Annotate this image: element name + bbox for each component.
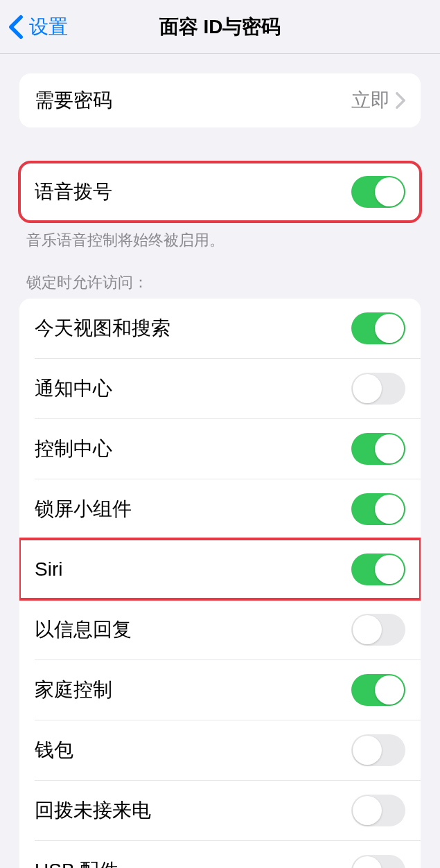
allow-access-row[interactable]: Siri — [19, 539, 421, 599]
toggle-knob — [353, 615, 382, 644]
toggle-knob — [375, 314, 404, 343]
allow-access-label: 通知中心 — [35, 375, 112, 402]
toggle-knob — [375, 675, 404, 705]
allow-access-row[interactable]: 通知中心 — [35, 358, 421, 418]
voice-dial-footer: 音乐语音控制将始终被启用。 — [0, 222, 440, 251]
allow-access-row[interactable]: 锁屏小组件 — [35, 479, 421, 539]
back-label: 设置 — [29, 14, 68, 40]
allow-access-label: 锁屏小组件 — [35, 496, 132, 522]
allow-access-toggle[interactable] — [351, 493, 405, 525]
allow-access-label: 今天视图和搜索 — [35, 315, 170, 342]
toggle-knob — [375, 177, 404, 206]
toggle-knob — [353, 856, 382, 868]
allow-access-row[interactable]: 钱包 — [35, 720, 421, 780]
allow-access-row[interactable]: 以信息回复 — [35, 599, 421, 659]
allow-access-toggle[interactable] — [351, 855, 405, 868]
page-title: 面容 ID与密码 — [159, 14, 281, 40]
allow-access-header: 锁定时允许访问： — [0, 251, 440, 299]
toggle-knob — [375, 434, 404, 463]
toggle-knob — [375, 555, 404, 584]
allow-access-label: USB 配件 — [35, 858, 118, 868]
passcode-group: 需要密码 立即 — [19, 73, 421, 127]
allow-access-row[interactable]: 回拨未接来电 — [35, 780, 421, 840]
allow-access-toggle[interactable] — [351, 433, 405, 465]
allow-access-toggle[interactable] — [351, 553, 405, 585]
allow-access-toggle[interactable] — [351, 614, 405, 646]
allow-access-label: 回拨未接来电 — [35, 797, 151, 824]
voice-dial-row[interactable]: 语音拨号 — [19, 162, 421, 222]
allow-access-toggle[interactable] — [351, 734, 405, 766]
require-passcode-row[interactable]: 需要密码 立即 — [19, 73, 421, 127]
toggle-knob — [353, 796, 382, 825]
require-passcode-value: 立即 — [351, 87, 390, 114]
chevron-left-icon — [8, 15, 24, 39]
allow-access-row[interactable]: 家庭控制 — [35, 659, 421, 720]
allow-access-label: 钱包 — [35, 737, 73, 763]
voice-dial-label: 语音拨号 — [35, 179, 112, 205]
allow-access-label: Siri — [35, 558, 62, 581]
back-button[interactable]: 设置 — [0, 14, 68, 40]
require-passcode-label: 需要密码 — [35, 87, 112, 114]
allow-access-row[interactable]: 控制中心 — [35, 418, 421, 479]
allow-access-toggle[interactable] — [351, 373, 405, 405]
allow-access-row[interactable]: 今天视图和搜索 — [19, 299, 421, 358]
voice-dial-toggle[interactable] — [351, 176, 405, 208]
chevron-right-icon — [396, 92, 405, 109]
nav-bar: 设置 面容 ID与密码 — [0, 0, 440, 54]
voice-dial-group: 语音拨号 — [19, 162, 421, 222]
toggle-knob — [353, 374, 382, 403]
allow-access-toggle[interactable] — [351, 795, 405, 826]
allow-access-toggle[interactable] — [351, 312, 405, 344]
allow-access-toggle[interactable] — [351, 674, 405, 706]
row-right: 立即 — [351, 87, 405, 114]
allow-access-label: 以信息回复 — [35, 617, 132, 643]
toggle-knob — [375, 495, 404, 524]
content: 需要密码 立即 语音拨号 音乐语音控制将始终被启用。 锁定时允许访问： 今天视图… — [0, 73, 440, 868]
allow-access-label: 控制中心 — [35, 436, 112, 462]
allow-access-row[interactable]: USB 配件 — [35, 840, 421, 868]
allow-access-group: 今天视图和搜索通知中心控制中心锁屏小组件Siri以信息回复家庭控制钱包回拨未接来… — [19, 299, 421, 868]
toggle-knob — [353, 736, 382, 765]
allow-access-label: 家庭控制 — [35, 677, 112, 703]
